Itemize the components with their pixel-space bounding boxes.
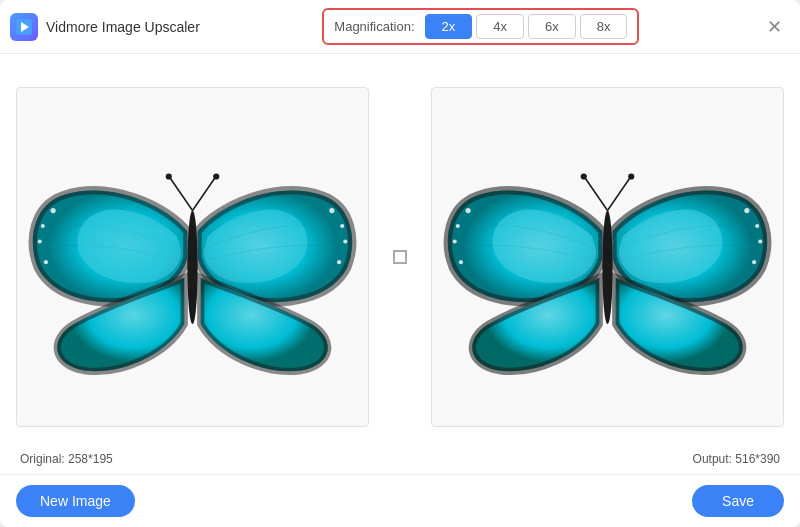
divider-box <box>393 250 407 264</box>
svg-point-8 <box>51 208 56 213</box>
svg-point-22 <box>466 208 471 213</box>
divider-area <box>385 250 415 264</box>
svg-point-28 <box>758 239 762 243</box>
svg-point-21 <box>628 173 634 179</box>
svg-point-23 <box>456 224 460 228</box>
svg-point-26 <box>744 208 749 213</box>
title-bar-left: Vidmore Image Upscaler <box>10 13 200 41</box>
close-button[interactable]: ✕ <box>762 15 786 39</box>
title-bar: Vidmore Image Upscaler Magnification: 2x… <box>0 0 800 54</box>
svg-point-27 <box>755 224 759 228</box>
svg-point-10 <box>38 239 42 243</box>
svg-point-19 <box>581 173 587 179</box>
new-image-button[interactable]: New Image <box>16 485 135 517</box>
main-content: Original: 258*195 Output: 516*390 <box>0 54 800 474</box>
app-icon <box>10 13 38 41</box>
app-title: Vidmore Image Upscaler <box>46 19 200 35</box>
mag-buttons: 2x 4x 6x 8x <box>425 14 628 39</box>
output-image-panel <box>431 87 784 427</box>
mag-btn-2x[interactable]: 2x <box>425 14 473 39</box>
bottom-bar: New Image Save <box>0 474 800 527</box>
output-label: Output: 516*390 <box>693 452 780 466</box>
mag-btn-6x[interactable]: 6x <box>528 14 576 39</box>
svg-point-15 <box>337 260 341 264</box>
svg-point-13 <box>340 224 344 228</box>
svg-point-11 <box>44 260 48 264</box>
app-window: Vidmore Image Upscaler Magnification: 2x… <box>0 0 800 527</box>
svg-point-5 <box>166 173 172 179</box>
save-button[interactable]: Save <box>692 485 784 517</box>
images-row <box>16 70 784 444</box>
svg-point-24 <box>453 239 457 243</box>
original-image-panel <box>16 87 369 427</box>
svg-point-29 <box>752 260 756 264</box>
magnification-label: Magnification: <box>334 19 414 34</box>
svg-point-14 <box>343 239 347 243</box>
mag-btn-8x[interactable]: 8x <box>580 14 628 39</box>
svg-point-9 <box>41 224 45 228</box>
svg-point-7 <box>213 173 219 179</box>
magnification-controls: Magnification: 2x 4x 6x 8x <box>322 8 639 45</box>
svg-point-25 <box>459 260 463 264</box>
mag-btn-4x[interactable]: 4x <box>476 14 524 39</box>
info-bar: Original: 258*195 Output: 516*390 <box>16 444 784 474</box>
svg-point-12 <box>329 208 334 213</box>
original-label: Original: 258*195 <box>20 452 113 466</box>
